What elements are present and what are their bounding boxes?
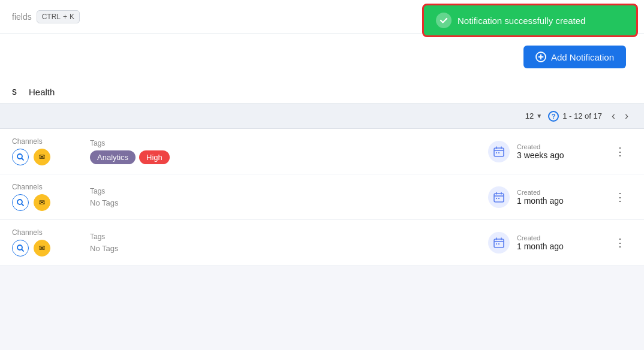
prev-page-button[interactable]: ‹	[608, 108, 619, 123]
search-hint: fields	[12, 12, 32, 22]
search-channel-icon-3	[12, 240, 29, 257]
channel-icons-3: ✉	[12, 240, 90, 257]
tags-label-3: Tags	[90, 233, 488, 241]
svg-rect-11	[496, 243, 497, 245]
actions-col-3: ⋮	[608, 235, 632, 251]
created-label-1: Created	[517, 143, 564, 150]
filter-left-label: s	[12, 86, 17, 97]
ctrl-key: CTRL	[42, 13, 61, 21]
channel-icons-1: ✉	[12, 149, 90, 165]
action-bar: Add Notification	[0, 34, 644, 80]
created-value-1: 3 weeks ago	[517, 150, 564, 160]
calendar-icon-1	[488, 141, 510, 162]
more-options-button-1[interactable]: ⋮	[612, 144, 628, 159]
page-size-dropdown-arrow: ▼	[536, 113, 542, 119]
svg-rect-8	[498, 198, 499, 199]
svg-rect-7	[496, 198, 497, 199]
created-label-2: Created	[517, 189, 564, 196]
notification-row: Channels ✉ Tags Analytics High	[0, 129, 644, 174]
next-page-button[interactable]: ›	[621, 108, 632, 123]
check-circle-icon	[436, 13, 452, 28]
tags-label-1: Tags	[90, 139, 488, 147]
top-bar: fields CTRL + K Notification successfull…	[0, 0, 644, 34]
page-size-value: 12	[525, 111, 534, 120]
created-value-2: 1 month ago	[517, 196, 564, 206]
page-size-selector[interactable]: 12 ▼	[525, 111, 542, 120]
email-channel-icon-3: ✉	[34, 240, 50, 257]
more-options-button-3[interactable]: ⋮	[612, 235, 628, 251]
health-label: Health	[29, 87, 55, 97]
tags-label-2: Tags	[90, 187, 488, 195]
calendar-icon-2	[488, 186, 510, 208]
notification-list: Channels ✉ Tags Analytics High	[0, 129, 644, 265]
add-notification-label: Add Notification	[551, 52, 614, 62]
created-value-3: 1 month ago	[517, 242, 564, 251]
search-area: fields CTRL + K	[12, 10, 80, 23]
channels-label-1: Channels	[12, 137, 90, 146]
channels-col-3: Channels ✉	[12, 228, 90, 257]
created-text-2: Created 1 month ago	[517, 189, 564, 206]
svg-point-9	[17, 245, 22, 250]
tags-col-3: Tags No Tags	[90, 233, 488, 253]
svg-rect-3	[496, 152, 497, 153]
svg-rect-12	[498, 243, 499, 245]
channels-col-2: Channels ✉	[12, 183, 90, 211]
table-controls: 12 ▼ ? 1 - 12 of 17 ‹ ›	[0, 104, 644, 129]
tags-list-1: Analytics High	[90, 150, 488, 164]
tags-list-3: No Tags	[90, 244, 488, 253]
tags-col-1: Tags Analytics High	[90, 139, 488, 164]
created-text-3: Created 1 month ago	[517, 234, 564, 251]
actions-col-1: ⋮	[608, 144, 632, 159]
created-col-1: Created 3 weeks ago	[488, 141, 608, 162]
search-channel-icon-1	[12, 149, 29, 165]
calendar-icon-3	[488, 232, 510, 254]
email-channel-icon-1: ✉	[34, 149, 50, 165]
created-text-1: Created 3 weeks ago	[517, 143, 564, 160]
tag-analytics: Analytics	[90, 150, 136, 164]
created-label-3: Created	[517, 234, 564, 242]
svg-point-5	[17, 200, 22, 204]
channel-icons-2: ✉	[12, 194, 90, 211]
success-toast: Notification successfully created	[422, 4, 638, 37]
tag-no-tags-2: No Tags	[90, 198, 118, 207]
more-options-button-2[interactable]: ⋮	[612, 189, 628, 205]
filter-bar: s Health	[0, 80, 644, 104]
plus-symbol: +	[63, 13, 67, 21]
created-col-2: Created 1 month ago	[488, 186, 608, 208]
search-channel-icon-2	[12, 194, 29, 211]
toast-message: Notification successfully created	[458, 16, 585, 26]
svg-point-1	[17, 154, 22, 159]
tags-col-2: Tags No Tags	[90, 187, 488, 207]
tag-high: High	[139, 150, 170, 164]
tags-list-2: No Tags	[90, 198, 488, 207]
k-key: K	[70, 13, 74, 21]
email-channel-icon-2: ✉	[34, 194, 50, 211]
notification-row: Channels ✉ Tags No Tags	[0, 220, 644, 265]
pagination-nav: ‹ ›	[608, 108, 632, 123]
tag-no-tags-3: No Tags	[90, 244, 118, 253]
pagination-info: ? 1 - 12 of 17	[548, 111, 602, 122]
actions-col-2: ⋮	[608, 189, 632, 205]
svg-rect-4	[498, 152, 499, 153]
channels-label-3: Channels	[12, 228, 90, 237]
channels-col-1: Channels ✉	[12, 137, 90, 165]
add-notification-button[interactable]: Add Notification	[523, 46, 626, 68]
pagination-help-icon[interactable]: ?	[548, 111, 559, 122]
channels-label-2: Channels	[12, 183, 90, 191]
notification-row: Channels ✉ Tags No Tags	[0, 174, 644, 220]
created-col-3: Created 1 month ago	[488, 232, 608, 254]
pagination-range: 1 - 12 of 17	[562, 111, 602, 120]
keyboard-shortcut: CTRL + K	[37, 10, 80, 23]
